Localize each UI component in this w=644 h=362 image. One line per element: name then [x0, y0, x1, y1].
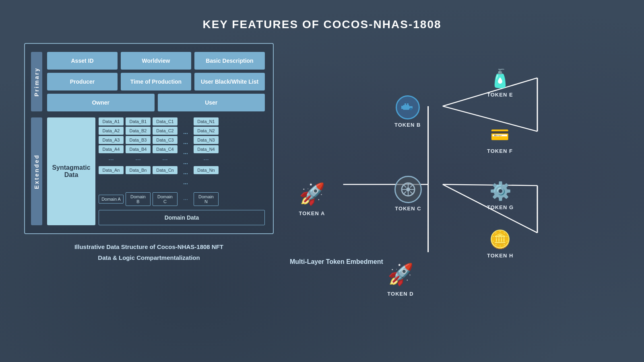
token-g-label: TOKEN G — [487, 204, 514, 210]
ellipsis-5: ··· — [180, 169, 192, 178]
cell-owner: Owner — [47, 94, 155, 111]
data-n1: Data_N1 — [194, 117, 219, 125]
token-tree: 🚀 TOKEN A TOKEN B — [290, 43, 620, 252]
token-a-icon: 🚀 — [298, 180, 326, 208]
domain-dots: ··· — [180, 196, 192, 202]
token-b: TOKEN B — [394, 95, 421, 128]
svg-line-21 — [403, 185, 407, 188]
primary-grid: Asset ID Worldview Basic Description Pro… — [47, 52, 265, 111]
data-n2: Data_N2 — [194, 127, 219, 135]
data-c4: Data_C4 — [153, 145, 178, 153]
col-b: Data_B1 Data_B2 Data_B3 Data_B4 ··· Data… — [126, 117, 151, 174]
token-e-label: TOKEN E — [487, 92, 513, 98]
data-columns-row: Data_A1 Data_A2 Data_A3 Data_A4 ··· Data… — [99, 117, 265, 188]
ellipsis-1: ··· — [180, 129, 192, 138]
token-g-icon: ⚙️ — [489, 180, 512, 202]
col-a: Data_A1 Data_A2 Data_A3 Data_A4 ··· Data… — [99, 117, 124, 174]
data-n4: Data_N4 — [194, 145, 219, 153]
extended-label: Extended — [31, 117, 42, 225]
data-c3: Data_C3 — [153, 136, 178, 144]
domain-columns: Data_A1 Data_A2 Data_A3 Data_A4 ··· Data… — [99, 117, 265, 225]
primary-section: Primary Asset ID Worldview Basic Descrip… — [31, 52, 265, 111]
data-cn: Data_Cn — [153, 166, 178, 174]
data-b-dots: ··· — [126, 154, 151, 165]
right-panel: 🚀 TOKEN A TOKEN B — [290, 43, 620, 265]
svg-point-16 — [406, 187, 410, 191]
cell-producer: Producer — [47, 73, 118, 90]
connection-lines — [290, 43, 620, 252]
data-n-dots: ··· — [194, 154, 219, 165]
data-a1: Data_A1 — [99, 117, 124, 125]
domain-c: Domain C — [153, 192, 178, 206]
data-b1: Data_B1 — [126, 117, 151, 125]
extended-inner: Syntagmatic Data Data_A1 Data_A2 Data_A3… — [47, 117, 265, 225]
token-h-icon: 🪙 — [489, 228, 511, 250]
data-nn: Data_Nn — [194, 166, 219, 174]
col-n: Data_N1 Data_N2 Data_N3 Data_N4 ··· Data… — [194, 117, 219, 174]
ellipsis-col: ··· ··· ··· ··· ··· ··· — [180, 117, 192, 188]
domain-b: Domain B — [126, 192, 151, 206]
svg-rect-13 — [405, 103, 406, 105]
svg-line-22 — [410, 191, 413, 195]
data-a4: Data_A4 — [99, 145, 124, 153]
token-e: 🧴 TOKEN E — [487, 67, 513, 98]
left-panel: Primary Asset ID Worldview Basic Descrip… — [24, 43, 274, 265]
cell-worldview: Worldview — [121, 52, 191, 70]
domain-a: Domain A — [99, 195, 124, 204]
data-a-dots: ··· — [99, 154, 124, 165]
token-b-label: TOKEN B — [394, 122, 421, 128]
token-f-icon: 💳 — [489, 123, 511, 146]
token-a-label: TOKEN A — [299, 210, 325, 216]
svg-rect-11 — [401, 106, 403, 109]
token-c: TOKEN C — [394, 176, 422, 212]
domain-n: Domain N — [194, 192, 219, 206]
token-h: 🪙 TOKEN H — [487, 228, 513, 259]
token-c-label: TOKEN C — [395, 206, 421, 212]
extended-section: Extended Syntagmatic Data Data_A1 Data_A… — [31, 117, 265, 225]
cell-time-of-production: Time of Production — [121, 73, 191, 90]
caption-line1: Illustrative Data Structure of Cocos-NHA… — [24, 241, 274, 252]
token-b-icon — [396, 95, 420, 119]
data-n3: Data_N3 — [194, 136, 219, 144]
primary-row-2: Producer Time of Production User Black/W… — [47, 73, 265, 90]
domain-labels-row: Domain A Domain B Domain C ··· Domain N — [99, 192, 265, 206]
data-bn: Data_Bn — [126, 166, 151, 174]
primary-row-1: Asset ID Worldview Basic Description — [47, 52, 265, 70]
cell-user-blackwhite: User Black/White List — [194, 73, 265, 90]
token-d-label: TOKEN D — [387, 291, 413, 297]
svg-rect-14 — [407, 103, 409, 105]
ellipsis-6: ··· — [180, 179, 192, 188]
token-c-icon — [394, 176, 422, 203]
data-a2: Data_A2 — [99, 127, 124, 135]
right-caption-container: Multi-Layer Token Embedment — [290, 258, 620, 265]
data-b2: Data_B2 — [126, 127, 151, 135]
ellipsis-3: ··· — [180, 149, 192, 158]
cell-asset-id: Asset ID — [47, 52, 118, 70]
token-h-label: TOKEN H — [487, 253, 513, 259]
token-g: ⚙️ TOKEN G — [487, 180, 514, 210]
data-c-dots: ··· — [153, 154, 178, 165]
caption-line2: Data & Logic Compartmentalization — [24, 252, 274, 263]
svg-point-12 — [410, 108, 412, 110]
diagram-box: Primary Asset ID Worldview Basic Descrip… — [24, 43, 274, 234]
token-d: 🚀 TOKEN D — [386, 260, 415, 297]
token-a: 🚀 TOKEN A — [298, 180, 326, 216]
data-an: Data_An — [99, 166, 124, 174]
col-c: Data_C1 Data_C2 Data_C3 Data_C4 ··· Data… — [153, 117, 178, 174]
data-c1: Data_C1 — [153, 117, 178, 125]
domain-data-bar: Domain Data — [99, 210, 265, 225]
token-f: 💳 TOKEN F — [487, 123, 513, 154]
primary-label: Primary — [31, 52, 42, 111]
data-a3: Data_A3 — [99, 136, 124, 144]
svg-line-24 — [403, 191, 407, 195]
token-e-icon: 🧴 — [489, 67, 511, 89]
data-b3: Data_B3 — [126, 136, 151, 144]
token-f-label: TOKEN F — [487, 148, 513, 154]
right-caption: Multi-Layer Token Embedment — [290, 258, 620, 265]
svg-rect-9 — [403, 105, 409, 110]
svg-line-23 — [410, 185, 413, 188]
ellipsis-4: ··· — [180, 159, 192, 168]
cell-basic-description: Basic Description — [194, 52, 265, 70]
left-caption: Illustrative Data Structure of Cocos-NHA… — [24, 241, 274, 263]
primary-row-3: Owner User — [47, 94, 265, 111]
